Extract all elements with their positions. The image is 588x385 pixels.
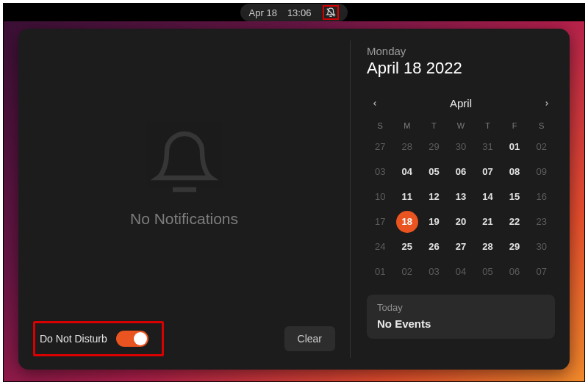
weekday-header: T — [420, 117, 448, 134]
clock-pill[interactable]: Apr 18 13:06 — [240, 4, 348, 21]
calendar-day[interactable]: 14 — [474, 184, 501, 209]
calendar-day[interactable]: 31 — [474, 134, 501, 159]
calendar-day[interactable]: 30 — [528, 234, 555, 259]
bell-icon — [149, 128, 220, 201]
topbar-time: 13:06 — [287, 7, 312, 18]
calendar-day[interactable]: 25 — [394, 234, 421, 259]
calendar-day[interactable]: 08 — [501, 159, 528, 184]
notifications-pane: No Notifications Do Not Disturb Clear — [18, 29, 350, 370]
month-label: April — [383, 97, 539, 109]
calendar-day[interactable]: 27 — [448, 234, 475, 259]
no-notifications-label: No Notifications — [130, 210, 238, 228]
calendar-day[interactable]: 02 — [394, 259, 421, 284]
calendar-day[interactable]: 21 — [474, 209, 501, 234]
calendar-day[interactable]: 02 — [528, 134, 555, 159]
weekday-header: T — [474, 117, 501, 134]
prev-month-button[interactable] — [367, 97, 383, 109]
calendar-day[interactable]: 23 — [528, 209, 555, 234]
calendar-day[interactable]: 07 — [474, 159, 501, 184]
calendar-day[interactable]: 05 — [474, 259, 501, 284]
calendar-day[interactable]: 03 — [367, 159, 394, 184]
calendar-day[interactable]: 24 — [367, 234, 394, 259]
datetime-panel: No Notifications Do Not Disturb Clear Mo… — [18, 29, 570, 370]
calendar-day[interactable]: 29 — [501, 234, 528, 259]
weekday-header: F — [501, 117, 528, 134]
weekday-header: W — [448, 117, 475, 134]
events-body: No Events — [377, 317, 545, 330]
calendar-pane: Monday April 18 2022 April SMTWTFS 27282… — [351, 29, 570, 370]
calendar-header: April — [367, 97, 555, 109]
do-not-disturb-toggle[interactable] — [116, 331, 148, 347]
calendar-day[interactable]: 01 — [367, 259, 394, 284]
calendar-day[interactable]: 29 — [420, 134, 448, 159]
calendar-day[interactable]: 20 — [448, 209, 475, 234]
calendar-grid: SMTWTFS 27282930310102030405060708091011… — [367, 117, 555, 284]
weekday-header: S — [528, 117, 555, 134]
calendar-day[interactable]: 04 — [394, 159, 421, 184]
calendar-day[interactable]: 07 — [528, 259, 555, 284]
calendar-day[interactable]: 09 — [528, 159, 555, 184]
bell-slash-icon — [323, 5, 339, 20]
next-month-button[interactable] — [539, 97, 555, 109]
calendar-day[interactable]: 11 — [394, 184, 421, 209]
calendar-day[interactable]: 19 — [420, 209, 448, 234]
calendar-day[interactable]: 01 — [501, 134, 528, 159]
do-not-disturb-label: Do Not Disturb — [40, 333, 107, 345]
weekday-header: S — [367, 117, 394, 134]
calendar-day[interactable]: 28 — [474, 234, 501, 259]
calendar-day[interactable]: 17 — [367, 209, 394, 234]
events-header: Today — [377, 302, 545, 313]
calendar-day[interactable]: 26 — [420, 234, 448, 259]
calendar-day[interactable]: 28 — [394, 134, 421, 159]
calendar-day[interactable]: 06 — [448, 159, 475, 184]
calendar-day[interactable]: 30 — [448, 134, 475, 159]
clear-button[interactable]: Clear — [284, 326, 335, 351]
calendar-day[interactable]: 05 — [420, 159, 448, 184]
calendar-day[interactable]: 03 — [420, 259, 448, 284]
toggle-knob — [134, 332, 147, 345]
do-not-disturb-row: Do Not Disturb — [33, 321, 164, 356]
calendar-day[interactable]: 16 — [528, 184, 555, 209]
weekday-label: Monday — [367, 45, 555, 57]
calendar-day[interactable]: 10 — [367, 184, 394, 209]
calendar-day[interactable]: 04 — [448, 259, 475, 284]
calendar-day[interactable]: 06 — [501, 259, 528, 284]
top-bar: Apr 18 13:06 — [4, 4, 584, 21]
events-box: Today No Events — [367, 295, 555, 339]
calendar-day[interactable]: 18 — [394, 209, 421, 234]
calendar-day[interactable]: 22 — [501, 209, 528, 234]
calendar-day[interactable]: 27 — [367, 134, 394, 159]
calendar-day[interactable]: 15 — [501, 184, 528, 209]
calendar-day[interactable]: 12 — [420, 184, 448, 209]
full-date-label: April 18 2022 — [367, 59, 555, 78]
notifications-empty: No Notifications — [29, 39, 340, 317]
calendar-day[interactable]: 13 — [448, 184, 475, 209]
weekday-header: M — [394, 117, 421, 134]
topbar-date: Apr 18 — [249, 7, 277, 18]
